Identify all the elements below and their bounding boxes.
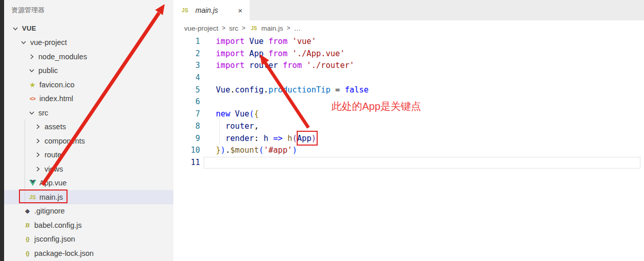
- breadcrumb-separator-icon: >: [287, 25, 291, 32]
- json-icon: {}: [23, 250, 32, 256]
- breadcrumb-separator-icon: >: [242, 25, 246, 32]
- line-number: 4: [173, 72, 200, 84]
- breadcrumb-label: vue-project: [184, 25, 218, 32]
- line-number: 1: [173, 36, 200, 48]
- code-line-content: new Vue({: [200, 108, 259, 121]
- breadcrumb-item-main-js[interactable]: JSmain.js: [249, 25, 283, 32]
- tree-item-label: .gitignore: [34, 207, 65, 215]
- explorer-title: 资源管理器: [11, 6, 45, 15]
- code-line-content: render: h => h(App): [200, 133, 316, 145]
- breadcrumb-item--[interactable]: …: [294, 25, 301, 32]
- tree-item-label: src: [38, 109, 48, 117]
- code-line-4[interactable]: 4: [173, 72, 644, 84]
- code-line-content: [200, 72, 216, 84]
- code-line-content: }).$mount('#app'): [200, 145, 297, 157]
- tree-item-label: components: [45, 137, 85, 145]
- code-line-content: Vue.config.productionTip = false: [200, 84, 369, 97]
- tree-item-label: public: [38, 66, 58, 75]
- line-number: 8: [173, 121, 200, 133]
- chevron-right-icon: [33, 151, 42, 158]
- code-line-5[interactable]: 5Vue.config.productionTip = false: [173, 84, 644, 97]
- chevron-down-icon: [27, 109, 36, 116]
- code-line-1[interactable]: 1import Vue from 'vue': [173, 36, 644, 48]
- tree-item-package-lock-json[interactable]: {}package-lock.json: [4, 246, 173, 260]
- html-icon: <>: [28, 96, 37, 102]
- code-line-11[interactable]: 11: [173, 157, 644, 169]
- code-line-8[interactable]: 8 router,: [173, 121, 644, 133]
- tree-item-node-modules[interactable]: node_modules: [4, 50, 173, 64]
- breadcrumb-label: main.js: [261, 25, 283, 32]
- code-line-9[interactable]: 9 render: h => h(App): [173, 133, 644, 145]
- vue-icon: [28, 180, 37, 186]
- breadcrumb-item-vue-project[interactable]: vue-project: [184, 25, 218, 32]
- code-line-3[interactable]: 3import router from './router': [173, 60, 644, 72]
- current-line-highlight: [204, 157, 640, 169]
- chevron-right-icon: [33, 137, 42, 145]
- code-line-content: router,: [200, 121, 259, 133]
- line-number: 5: [173, 84, 200, 97]
- annotation-note: 此处的App是关键点: [331, 100, 421, 113]
- code-line-10[interactable]: 10}).$mount('#app'): [173, 145, 644, 157]
- tree-item-label: jsconfig.json: [34, 235, 75, 243]
- file-tree: VUEvue-projectnode_modulespublic★favicon…: [4, 21, 173, 260]
- tree-item-label: vue-project: [30, 38, 67, 46]
- tree-item-views[interactable]: views: [4, 162, 173, 176]
- breadcrumb-separator-icon: >: [222, 25, 226, 32]
- line-number: 6: [173, 96, 200, 108]
- line-number: 3: [173, 60, 200, 72]
- code-line-content: import router from './router': [200, 60, 354, 72]
- tab-label: main.js: [195, 6, 218, 14]
- breadcrumb-label: …: [294, 25, 301, 32]
- tree-item-label: index.html: [39, 94, 73, 103]
- activity-bar: [0, 0, 4, 261]
- tree-item-label: package-lock.json: [34, 249, 94, 257]
- tab-main-js[interactable]: JS main.js ×: [173, 0, 250, 20]
- json-icon: {}: [23, 236, 32, 242]
- tree-item-public[interactable]: public: [4, 64, 173, 78]
- breadcrumb-item-src[interactable]: src: [229, 25, 238, 32]
- tree-item-label: VUE: [22, 25, 36, 32]
- tree-item-label: babel.config.js: [34, 221, 82, 229]
- code-line-2[interactable]: 2import App from './App.vue': [173, 48, 644, 60]
- explorer-sidebar: 资源管理器 VUEvue-projectnode_modulespublic★f…: [4, 0, 173, 261]
- chevron-right-icon: [27, 53, 36, 60]
- breadcrumb-label: src: [229, 25, 238, 32]
- code-line-content: [200, 157, 216, 169]
- tree-item-babel-config-js[interactable]: Bbabel.config.js: [4, 218, 173, 232]
- editor-indent-guide: [219, 121, 220, 145]
- tree-item-index-html[interactable]: <>index.html: [4, 92, 173, 106]
- tree-indent-guide: [25, 120, 25, 204]
- line-number: 7: [173, 108, 200, 121]
- tree-item-label: node_modules: [38, 53, 87, 61]
- tree-item-assets[interactable]: assets: [4, 120, 173, 134]
- tree-item-jsconfig-json[interactable]: {}jsconfig.json: [4, 232, 173, 247]
- tree-item-app-vue[interactable]: App.vue: [4, 176, 173, 191]
- tree-item-label: favicon.ico: [39, 81, 75, 89]
- breadcrumb: vue-project>src>JSmain.js>…: [173, 20, 644, 36]
- close-icon[interactable]: ×: [236, 6, 245, 15]
- code-line-content: import App from './App.vue': [200, 48, 345, 60]
- line-number: 11: [173, 157, 200, 169]
- js-file-icon: JS: [180, 7, 190, 13]
- tab-strip: JS main.js ×: [173, 0, 644, 20]
- tree-item-favicon-ico[interactable]: ★favicon.ico: [4, 78, 173, 92]
- tree-item-label: assets: [45, 123, 66, 131]
- tree-item-label: views: [45, 165, 63, 173]
- babel-icon: B: [23, 221, 32, 229]
- chevron-right-icon: [33, 165, 42, 173]
- tree-item-components[interactable]: components: [4, 134, 173, 148]
- tree-item-main-js[interactable]: JSmain.js: [4, 190, 173, 204]
- tree-item-src[interactable]: src: [4, 106, 173, 120]
- editor-area: JS main.js × vue-project>src>JSmain.js>……: [173, 0, 644, 261]
- tree-item-vue-project[interactable]: vue-project: [4, 36, 173, 50]
- chevron-right-icon: [33, 123, 42, 130]
- git-icon: ◆: [23, 207, 32, 215]
- vscode-window: 资源管理器 VUEvue-projectnode_modulespublic★f…: [0, 0, 644, 261]
- tree-item-vue[interactable]: VUE: [4, 21, 173, 36]
- tree-item-router[interactable]: router: [4, 148, 173, 162]
- code-line-content: import Vue from 'vue': [200, 36, 316, 48]
- line-number: 9: [173, 133, 200, 145]
- tree-item--gitignore[interactable]: ◆.gitignore: [4, 204, 173, 219]
- tree-item-label: App.vue: [39, 179, 66, 187]
- star-icon: ★: [28, 81, 37, 89]
